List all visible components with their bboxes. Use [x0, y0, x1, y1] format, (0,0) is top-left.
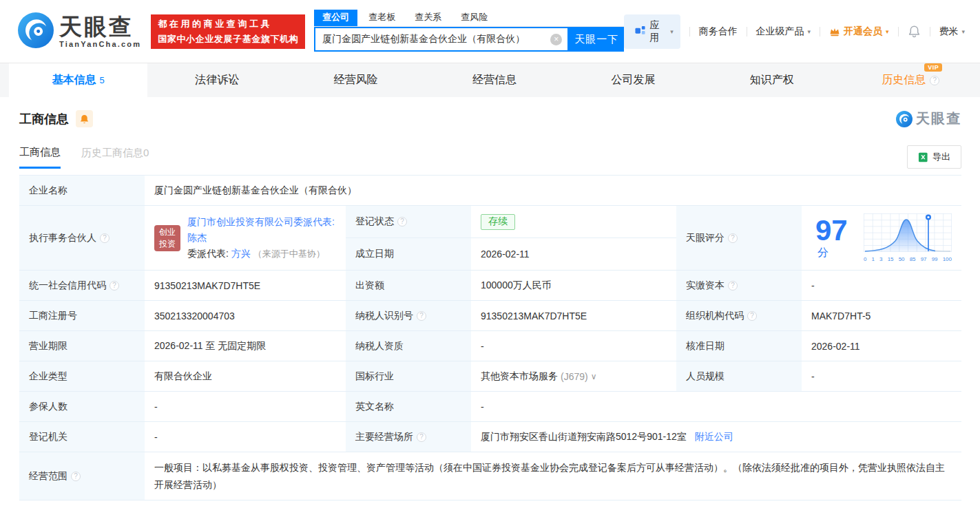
field-label-org-code: 组织机构代码 ? [676, 301, 802, 331]
tab-label: 经营风险 [334, 73, 378, 87]
search-button[interactable]: 天眼一下 [569, 27, 624, 52]
field-value-approval-date: 2026-02-11 [802, 331, 961, 361]
tab-legal-litigation[interactable]: 法律诉讼 [147, 63, 286, 97]
help-icon[interactable]: ? [930, 76, 939, 85]
field-label-business-scope: 经营范围 ? [19, 452, 145, 500]
field-value-company-type: 有限合伙企业 [145, 361, 346, 392]
promo-line-1: 都在用的商业查询工具 [158, 17, 298, 32]
field-label-industry: 国标行业 [346, 361, 471, 392]
venture-capital-badge: 创业 投资 [154, 225, 180, 251]
field-label-paid-capital: 实缴资本 ? [676, 271, 802, 301]
field-label-executive-partner: 执行事务合伙人 ? [19, 206, 145, 271]
nearby-companies-link[interactable]: 附近公司 [695, 431, 733, 443]
tab-basic-info[interactable]: 基本信息 5 [9, 63, 147, 97]
company-nav-tabs: 基本信息 5 法律诉讼 经营风险 经营信息 公司发展 知识产权 历史信息 VIP… [0, 63, 980, 97]
enterprise-products-menu[interactable]: 企业级产品 ▾ [756, 25, 811, 38]
apps-label: 应用 [649, 19, 666, 44]
tab-label: 历史信息 [882, 74, 926, 85]
vip-badge: VIP [924, 63, 942, 72]
field-value-business-location: 厦门市翔安区香山街道翔安南路5012号901-12室 附近公司 [471, 422, 961, 452]
field-label-credit-code: 统一社会信用代码 ? [19, 271, 145, 301]
industry-code: (J679) [561, 371, 588, 382]
help-icon[interactable]: ? [417, 432, 426, 442]
field-label-taxpayer-id: 纳税人识别号 ? [346, 301, 471, 331]
monitor-bell-icon[interactable] [76, 110, 93, 127]
subtab-row: 工商信息 历史工商信息0 导出 [19, 145, 961, 169]
business-info-table: 企业名称 厦门金圆产业链创新基金合伙企业（有限合伙） 执行事务合伙人 ? 创业 … [19, 175, 961, 500]
field-label-reg-authority: 登记机关 [19, 422, 145, 452]
nav-divider [689, 27, 690, 36]
main-content: 工商信息 天眼查 工商信息 历史工商信息0 [0, 109, 980, 500]
field-label-company-type: 企业类型 [19, 361, 145, 392]
search-tab-relations[interactable]: 查关系 [415, 10, 441, 26]
search-tab-risk[interactable]: 查风险 [461, 10, 488, 26]
apps-menu[interactable]: 应用 ▾ [624, 14, 680, 49]
field-value-industry[interactable]: 其他资本市场服务 (J679) ∨ [471, 361, 676, 392]
field-value-capital: 100000万人民币 [471, 271, 676, 301]
tianyancha-logo[interactable]: 天眼查 TianYanCha.com [18, 12, 141, 51]
field-value-insured-count: - [145, 392, 346, 422]
help-icon[interactable]: ? [728, 281, 738, 291]
field-value-taxpayer-quality: - [471, 331, 676, 361]
tab-company-development[interactable]: 公司发展 [564, 63, 702, 97]
export-label: 导出 [932, 151, 950, 163]
nav-divider [820, 27, 820, 36]
help-icon[interactable]: ? [71, 472, 81, 481]
field-value-paid-capital: - [802, 271, 961, 301]
tab-basic-info-label: 基本信息 [52, 73, 96, 87]
chevron-down-icon: ▾ [886, 28, 889, 35]
field-label-approval-date: 核准日期 [676, 331, 802, 361]
field-value-tianyan-score: 97分 0131550859799100 [802, 206, 961, 271]
tianyancha-watermark-text: 天眼查 [916, 109, 961, 128]
help-icon[interactable]: ? [747, 311, 757, 321]
help-icon[interactable]: ? [100, 233, 110, 243]
apps-grid-icon [635, 25, 645, 38]
subtab-history-business-info[interactable]: 历史工商信息0 [81, 147, 149, 167]
crown-icon [829, 26, 840, 37]
partner-person-link[interactable]: 陈杰 [187, 232, 207, 243]
help-icon[interactable]: ? [110, 281, 119, 291]
score-unit: 分 [817, 246, 828, 258]
tab-operation-info[interactable]: 经营信息 [425, 63, 563, 97]
vip-upgrade-menu[interactable]: 开通会员 ▾ [829, 25, 889, 38]
rep-person-link[interactable]: 方兴 [231, 248, 251, 259]
field-label-reg-number: 工商注册号 [19, 301, 145, 331]
notification-bell-icon[interactable] [908, 25, 921, 38]
nav-divider [930, 27, 930, 36]
score-number: 97 [815, 214, 848, 246]
tab-history-info[interactable]: 历史信息 VIP ? [842, 63, 980, 97]
help-icon[interactable]: ? [417, 311, 426, 321]
expand-chevron-icon[interactable]: ∨ [591, 372, 597, 381]
field-label-business-term: 营业期限 [19, 331, 145, 361]
user-menu[interactable]: 费米 ▾ [939, 25, 965, 38]
tab-intellectual-property[interactable]: 知识产权 [702, 63, 841, 97]
nav-divider [898, 27, 899, 36]
help-icon[interactable]: ? [397, 217, 407, 226]
field-label-company-name: 企业名称 [19, 176, 145, 206]
chevron-down-icon: ▾ [808, 28, 811, 35]
search-tabs: 查公司 查老板 查关系 查风险 [314, 11, 624, 27]
search-tab-company[interactable]: 查公司 [314, 10, 357, 26]
tab-basic-info-count: 5 [100, 75, 105, 85]
search-area: 查公司 查老板 查关系 查风险 × 天眼一下 [314, 11, 624, 52]
help-icon[interactable]: ? [728, 233, 738, 243]
section-title: 工商信息 [19, 111, 69, 127]
field-value-establish-date: 2026-02-11 [471, 238, 676, 271]
user-name: 费米 [939, 25, 958, 38]
search-input[interactable] [315, 28, 567, 50]
field-value-company-name: 厦门金圆产业链创新基金合伙企业（有限合伙） [145, 176, 961, 206]
field-value-business-scope: 一般项目：以私募基金从事股权投资、投资管理、资产管理等活动（须在中国证券投资基金… [145, 452, 961, 500]
promo-line-2: 国家中小企业发展子基金旗下机构 [158, 32, 298, 47]
export-button[interactable]: 导出 [907, 145, 961, 169]
partner-company-link[interactable]: 厦门市创业投资有限公司委派代表: [187, 216, 335, 227]
rep-source-note: （来源于中基协） [253, 249, 325, 259]
chevron-down-icon: ▾ [670, 28, 674, 35]
subtab-business-info[interactable]: 工商信息 [19, 146, 61, 169]
biz-cooperation-link[interactable]: 商务合作 [699, 25, 738, 38]
search-tab-boss[interactable]: 查老板 [368, 10, 395, 26]
field-label-reg-status: 登记状态 ? [346, 206, 471, 238]
tab-operation-risk[interactable]: 经营风险 [286, 63, 425, 97]
field-value-reg-status: 存续 [471, 206, 676, 238]
field-value-taxpayer-id: 91350213MAK7D7HT5E [471, 301, 676, 331]
field-label-english-name: 英文名称 [346, 392, 471, 422]
